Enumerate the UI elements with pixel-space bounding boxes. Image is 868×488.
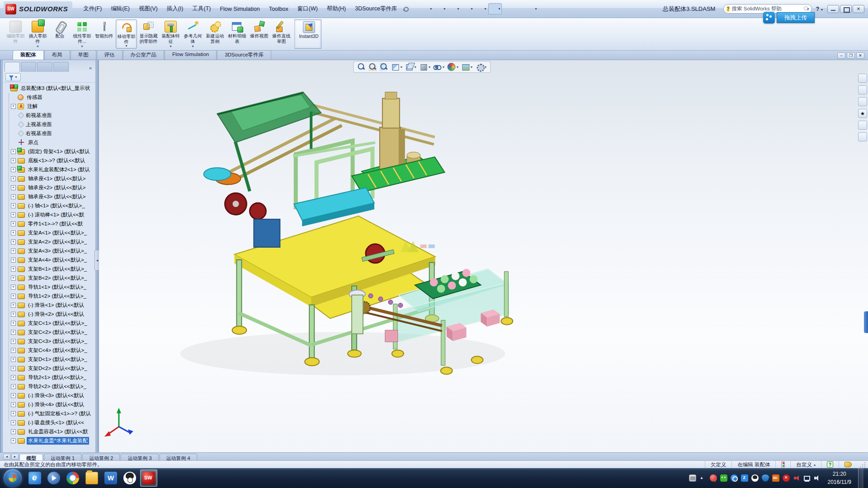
dropdown-arrow-icon[interactable]: ▾: [471, 65, 472, 69]
options-icon[interactable]: ▾: [525, 4, 538, 14]
expand-icon[interactable]: [11, 158, 16, 163]
expand-icon[interactable]: [11, 357, 16, 362]
expand-icon[interactable]: [11, 339, 16, 344]
command-tab[interactable]: 办公室产品: [123, 50, 165, 60]
maximize-button[interactable]: [840, 5, 852, 13]
doc-minimize-icon[interactable]: –: [837, 52, 845, 59]
expand-icon[interactable]: [11, 194, 16, 199]
tree-item[interactable]: 支架A<4> (默认<<默认>_: [3, 255, 95, 264]
tag-cell[interactable]: [839, 461, 857, 468]
blocked-icon[interactable]: [783, 474, 790, 482]
menu-item[interactable]: 3DSource零件库: [350, 3, 401, 15]
tree-item[interactable]: 水果礼盒装配体2<1> (默认: [3, 165, 95, 174]
dropdown-arrow-icon[interactable]: ▾: [401, 65, 402, 69]
tree-item[interactable]: 轴承座<1> (默认<<默认>: [3, 174, 95, 183]
previous-view-icon[interactable]: ▾: [379, 62, 389, 71]
dropdown-arrow-icon[interactable]: ▾: [430, 7, 432, 11]
menu-item[interactable]: 工具(T): [188, 3, 215, 15]
ribbon-button[interactable]: 装配体特征 ▾: [160, 19, 181, 49]
tree-item[interactable]: 支架C<4> (默认<<默认>_: [3, 346, 95, 355]
graphics-viewport[interactable]: ▾ ▾ ▾ ▾ ▾ ▾ ▾ ▾: [99, 60, 868, 452]
command-tab[interactable]: 布局: [44, 50, 70, 60]
expand-icon[interactable]: [11, 185, 16, 190]
ribbon-button[interactable]: 爆炸直线草图 ▾: [271, 19, 292, 49]
filter-dropdown-icon[interactable]: ▾: [15, 75, 17, 79]
quick-tips[interactable]: ?: [821, 461, 839, 468]
section-view-icon[interactable]: ▾: [391, 62, 403, 71]
expand-icon[interactable]: [11, 221, 16, 226]
dropdown-arrow-icon[interactable]: ▾: [535, 7, 537, 11]
dropdown-arrow-icon[interactable]: ▾: [484, 7, 486, 11]
expand-icon[interactable]: [11, 230, 16, 235]
dropdown-arrow-icon[interactable]: ▾: [485, 65, 486, 69]
ribbon-button[interactable]: 智能扣件 ▾: [94, 19, 115, 49]
tree-item[interactable]: 水果礼盒盖^水果礼盒装配: [3, 436, 95, 445]
dock-pull-tab[interactable]: [864, 311, 868, 333]
solidworks-icon[interactable]: [140, 469, 157, 487]
expand-icon[interactable]: [11, 402, 16, 407]
ribbon-button[interactable]: 参考几何体 ▾: [182, 19, 203, 49]
network-icon[interactable]: [803, 474, 811, 482]
expand-icon[interactable]: [11, 176, 16, 181]
tree-item[interactable]: 支架C<2> (默认<<默认>_: [3, 328, 95, 337]
doc-close-icon[interactable]: ✕: [856, 52, 864, 59]
ribbon-button[interactable]: 编辑零部件 ▾: [5, 19, 26, 49]
zoom-fit-icon[interactable]: ▾: [357, 62, 367, 71]
show-desktop-button[interactable]: [858, 468, 863, 488]
menu-item[interactable]: Toolbox: [264, 4, 293, 14]
tree-item[interactable]: (-) 滑块<1> (默认<<默认: [3, 300, 95, 310]
help-button[interactable]: ? ▾: [816, 5, 823, 12]
undo-icon[interactable]: ▾: [475, 4, 487, 14]
security-shield-icon[interactable]: [762, 474, 769, 482]
save-icon[interactable]: ▾: [448, 4, 460, 14]
tree-item[interactable]: 支架A<2> (默认<<默认>_: [3, 237, 95, 246]
tree-item[interactable]: 支架B<1> (默认<<默认>_: [3, 264, 95, 273]
tab-split-button[interactable]: ▸: [11, 454, 19, 460]
close-button[interactable]: ✕: [853, 5, 864, 13]
ribbon-button[interactable]: 材料明细表 ▾: [226, 19, 248, 49]
menu-item[interactable]: 插入(I): [162, 3, 188, 15]
tree-item[interactable]: 传感器: [3, 93, 95, 102]
expand-icon[interactable]: [11, 294, 16, 299]
dropdown-arrow-icon[interactable]: ▾: [170, 44, 171, 48]
tree-item[interactable]: 零件1<1>->? (默认<<默: [3, 219, 95, 228]
expand-icon[interactable]: [11, 258, 16, 263]
3d-app-icon[interactable]: [772, 474, 779, 482]
tree-item[interactable]: (-) 滑块<3> (默认<<默认: [3, 391, 95, 400]
command-tab[interactable]: 草图: [71, 50, 96, 60]
start-button[interactable]: [4, 469, 22, 487]
tree-item[interactable]: (-) 轴<1> (默认<<默认>_: [3, 201, 95, 210]
tree-item[interactable]: (-) 气缸固定板<1>->? (默认: [3, 409, 95, 418]
3dsource-logo-icon[interactable]: [763, 12, 775, 23]
view-orientation-icon[interactable]: ▾: [405, 62, 417, 71]
keyboard-icon[interactable]: [689, 474, 696, 482]
view-settings-icon[interactable]: ▾: [475, 62, 487, 71]
expand-icon[interactable]: [11, 167, 16, 172]
3dsource-icon[interactable]: [731, 474, 738, 482]
propertymanager-icon[interactable]: [21, 62, 36, 72]
menu-item[interactable]: Flow Simulation: [215, 4, 264, 14]
dock-ball-icon[interactable]: [858, 121, 867, 130]
file-explorer-icon[interactable]: [83, 469, 100, 487]
browser-icon[interactable]: [64, 469, 81, 487]
tree-item[interactable]: 支架D<1> (默认<<默认>_: [3, 355, 95, 364]
tree-item[interactable]: 支架A<1> (默认<<默认>_: [3, 228, 95, 237]
dock-mail-icon[interactable]: [858, 97, 867, 106]
tab-scroll-button[interactable]: ◂: [3, 454, 10, 460]
taskbar-clock[interactable]: 21:20 2016/11/9: [824, 470, 855, 486]
expand-icon[interactable]: [11, 312, 16, 317]
tree-item[interactable]: 总装配体3 (默认<默认_显示状: [3, 84, 95, 93]
model-tab[interactable]: 模型: [19, 454, 43, 460]
search-input[interactable]: [732, 6, 802, 12]
ribbon-button[interactable]: 移动零部件 ▾: [116, 19, 137, 49]
expand-icon[interactable]: [11, 239, 16, 244]
tree-item[interactable]: (-) 滑块<2> (默认<<默认: [3, 310, 95, 319]
dock-tool-icon[interactable]: [858, 132, 867, 141]
tree-item[interactable]: 礼盒盖容器<1> (默认<<默: [3, 427, 95, 436]
new-document-icon[interactable]: ▾: [420, 4, 433, 14]
ribbon-button[interactable]: 线性零部件... ▾: [71, 19, 93, 49]
tree-item[interactable]: 底板<1>->? (默认<<默认: [3, 156, 95, 165]
expand-icon[interactable]: [11, 393, 16, 398]
tree-item[interactable]: 注解: [3, 102, 95, 111]
display-style-icon[interactable]: ▾: [419, 62, 431, 71]
